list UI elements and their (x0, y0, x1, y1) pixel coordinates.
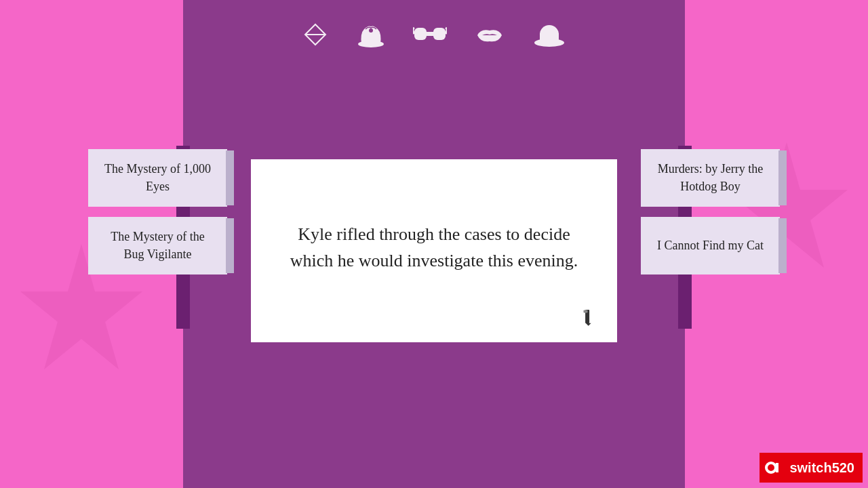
case-card-lost-cat[interactable]: I Cannot Find my Cat (641, 217, 780, 274)
case-card-1000-eyes[interactable]: The Mystery of 1,000 Eyes (88, 149, 227, 207)
nintendo-brand-text: switch520 (789, 460, 854, 476)
svg-point-5 (369, 28, 373, 33)
top-icons-bar (183, 0, 685, 75)
svg-rect-7 (433, 28, 446, 40)
goggles-icon (413, 22, 447, 53)
svg-rect-11 (540, 33, 559, 43)
lips-icon (474, 23, 505, 52)
card-shadow-strip (226, 150, 234, 205)
case-card-bug-vigilante[interactable]: The Mystery of the Bug Vigilante (88, 217, 227, 274)
main-story-text: Kyle rifled through the cases to decide … (285, 221, 583, 274)
nintendo-logo-icon (764, 457, 785, 479)
cards-left: The Mystery of 1,000 Eyes The Mystery of… (88, 149, 227, 274)
card-shadow-strip (778, 218, 787, 273)
cards-right: Murders: by Jerry the Hotdog Boy I Canno… (641, 149, 780, 274)
card-shadow-strip (778, 150, 787, 205)
svg-rect-6 (414, 28, 427, 40)
svg-rect-17 (776, 463, 778, 472)
svg-rect-8 (427, 32, 433, 36)
bowl-hat-icon (532, 21, 566, 54)
main-story-box: Kyle rifled through the cases to decide … (251, 159, 617, 342)
nintendo-badge: switch520 (760, 453, 863, 483)
svg-rect-14 (584, 310, 588, 312)
diamond-icon (302, 21, 329, 54)
pencil-icon (575, 306, 599, 334)
card-shadow-strip (226, 218, 234, 273)
svg-marker-13 (586, 323, 591, 326)
case-card-hotdog-boy[interactable]: Murders: by Jerry the Hotdog Boy (641, 149, 780, 207)
detective-hat-icon (356, 20, 386, 56)
